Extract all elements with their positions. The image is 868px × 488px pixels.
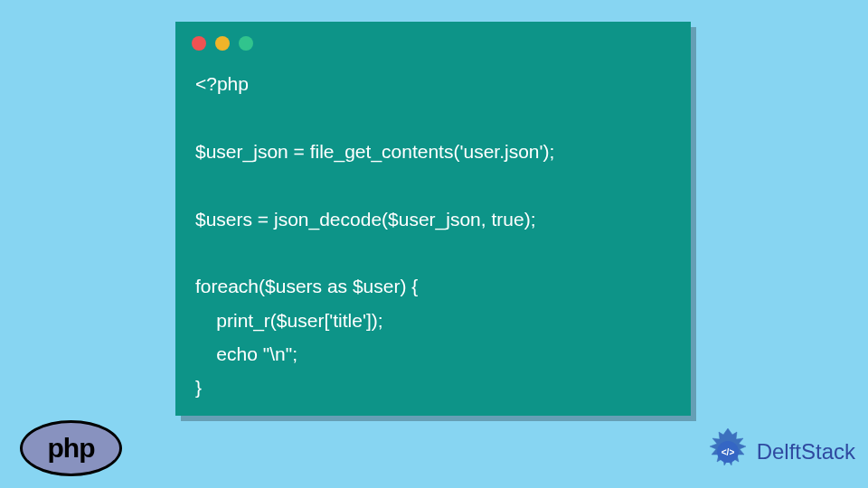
close-dot-icon <box>192 36 206 51</box>
delftstack-emblem-icon: </> <box>703 427 753 477</box>
svg-text:</>: </> <box>721 447 734 457</box>
code-block: <?php $user_json = file_get_contents('us… <box>175 51 691 421</box>
delftstack-logo-text: DelftStack <box>757 439 855 465</box>
php-logo-ellipse: php <box>20 420 122 476</box>
php-logo: php <box>20 420 122 476</box>
php-logo-text: php <box>48 433 95 464</box>
code-window: <?php $user_json = file_get_contents('us… <box>175 22 691 416</box>
minimize-dot-icon <box>215 36 230 51</box>
maximize-dot-icon <box>239 36 253 51</box>
window-titlebar <box>175 22 691 51</box>
delftstack-logo: </> DelftStack <box>703 427 855 477</box>
